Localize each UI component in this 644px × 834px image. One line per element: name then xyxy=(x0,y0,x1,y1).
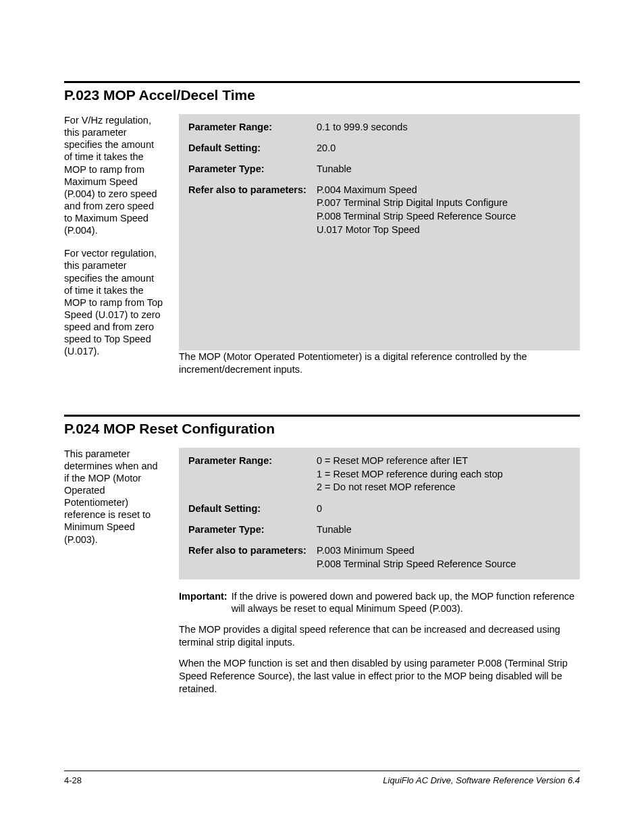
section-p023: P.023 MOP Accel/Decel Time For V/Hz regu… xyxy=(64,81,580,384)
section-row: For V/Hz regulation, this parameter spec… xyxy=(64,114,580,384)
section-title: P.023 MOP Accel/Decel Time xyxy=(64,87,580,103)
param-default: Default Setting: 20.0 xyxy=(188,142,570,155)
param-value: P.004 Maximum Speed P.007 Terminal Strip… xyxy=(317,184,516,237)
description-text: The MOP provides a digital speed referen… xyxy=(179,623,580,649)
param-label: Refer also to parameters: xyxy=(188,184,317,237)
param-type: Parameter Type: Tunable xyxy=(188,163,570,176)
param-range: Parameter Range: 0 = Reset MOP reference… xyxy=(188,454,570,495)
param-refer: Refer also to parameters: P.004 Maximum … xyxy=(188,184,570,237)
section-rule xyxy=(64,81,580,83)
page-number: 4-28 xyxy=(64,775,82,785)
sidebar-text: For V/Hz regulation, this parameter spec… xyxy=(64,114,164,236)
parameter-box: Parameter Range: 0 = Reset MOP reference… xyxy=(179,448,580,579)
param-label: Parameter Type: xyxy=(188,523,317,536)
section-rule xyxy=(64,415,580,417)
param-value: Tunable xyxy=(317,523,352,536)
sidebar-text: This parameter determines when and if th… xyxy=(64,448,164,546)
range-item: 0 = Reset MOP reference after IET xyxy=(317,454,503,467)
page: P.023 MOP Accel/Decel Time For V/Hz regu… xyxy=(0,0,644,834)
refer-item: P.003 Minimum Speed xyxy=(317,544,516,557)
refer-item: P.007 Terminal Strip Digital Inputs Conf… xyxy=(317,197,516,209)
section-p024: P.024 MOP Reset Configuration This param… xyxy=(64,415,580,704)
param-label: Parameter Type: xyxy=(188,163,317,176)
main-column: Parameter Range: 0.1 to 999.9 seconds De… xyxy=(179,114,580,384)
description-block: Important: If the drive is powered down … xyxy=(179,590,580,696)
section-row: This parameter determines when and if th… xyxy=(64,448,580,704)
range-item: 1 = Reset MOP reference during each stop xyxy=(317,468,503,481)
sidebar-text: For vector regulation, this parameter sp… xyxy=(64,247,164,357)
document-title: LiquiFlo AC Drive, Software Reference Ve… xyxy=(383,775,580,785)
description-text: The MOP (Motor Operated Potentiometer) i… xyxy=(179,350,580,376)
param-range: Parameter Range: 0.1 to 999.9 seconds xyxy=(188,121,570,134)
param-value: 0 = Reset MOP reference after IET 1 = Re… xyxy=(317,454,503,495)
main-column: Parameter Range: 0 = Reset MOP reference… xyxy=(179,448,580,704)
refer-item: P.008 Terminal Strip Speed Reference Sou… xyxy=(317,210,516,223)
description-text: When the MOP function is set and then di… xyxy=(179,657,580,696)
sidebar: This parameter determines when and if th… xyxy=(64,448,164,704)
param-refer: Refer also to parameters: P.003 Minimum … xyxy=(188,544,570,571)
page-footer: 4-28 LiquiFlo AC Drive, Software Referen… xyxy=(64,771,580,785)
param-value: P.003 Minimum Speed P.008 Terminal Strip… xyxy=(317,544,516,571)
important-note: Important: If the drive is powered down … xyxy=(179,590,580,616)
param-default: Default Setting: 0 xyxy=(188,502,570,515)
refer-item: U.017 Motor Top Speed xyxy=(317,224,516,236)
important-text: If the drive is powered down and powered… xyxy=(232,590,580,616)
section-title: P.024 MOP Reset Configuration xyxy=(64,421,580,437)
param-value: 0.1 to 999.9 seconds xyxy=(317,121,408,134)
important-label: Important: xyxy=(179,590,227,616)
range-item: 2 = Do not reset MOP reference xyxy=(317,481,503,494)
parameter-box: Parameter Range: 0.1 to 999.9 seconds De… xyxy=(179,114,580,350)
param-type: Parameter Type: Tunable xyxy=(188,523,570,536)
param-value: Tunable xyxy=(317,163,352,176)
param-label: Parameter Range: xyxy=(188,121,317,134)
refer-item: P.004 Maximum Speed xyxy=(317,184,516,197)
param-label: Parameter Range: xyxy=(188,454,317,495)
refer-item: P.008 Terminal Strip Speed Reference Sou… xyxy=(317,558,516,571)
param-label: Default Setting: xyxy=(188,502,317,515)
sidebar: For V/Hz regulation, this parameter spec… xyxy=(64,114,164,384)
param-label: Default Setting: xyxy=(188,142,317,155)
param-label: Refer also to parameters: xyxy=(188,544,317,571)
param-value: 0 xyxy=(317,502,322,515)
param-value: 20.0 xyxy=(317,142,336,155)
